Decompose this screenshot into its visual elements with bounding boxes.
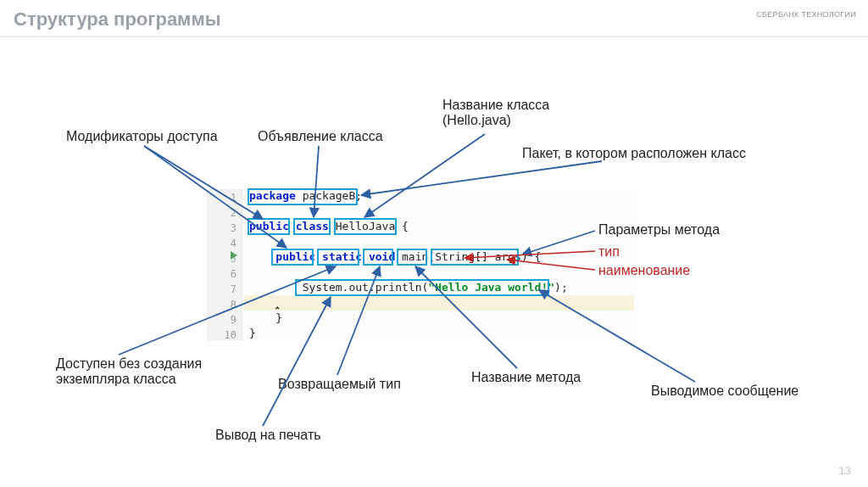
label-class-declaration: Объявление класса	[258, 129, 383, 144]
label-package: Пакет, в котором расположен класс	[522, 146, 746, 161]
label-param-name: наименование	[598, 263, 690, 278]
hl-class-name	[334, 218, 397, 235]
hl-main	[397, 249, 427, 266]
label-class-name: Название класса (Hello.java)	[442, 98, 549, 128]
label-access-modifiers: Модификаторы доступа	[66, 129, 218, 144]
code-panel: 1 2 3 4 5 6 7 8 9 10 package packageB; p…	[207, 188, 637, 341]
hl-println	[295, 279, 549, 296]
hl-package	[248, 188, 358, 205]
label-output-message: Выводимое сообщение	[651, 383, 798, 399]
hl-params	[431, 249, 519, 266]
line-gutter: 1 2 3 4 5 6 7 8 9 10	[207, 188, 242, 341]
label-print: Вывод на печать	[215, 428, 321, 443]
run-gutter-icon	[231, 251, 237, 260]
page-number: 13	[839, 464, 851, 477]
hl-public-class	[248, 218, 290, 235]
title-underline	[0, 36, 868, 37]
brand-logo: СБЕРБАНК ТЕХНОЛОГИИ	[756, 10, 856, 19]
label-param-type: тип	[598, 244, 620, 260]
label-static: Доступен без создания экземпляра класса	[56, 356, 202, 387]
label-method-params: Параметры метода	[598, 222, 720, 238]
label-return-type: Возвращаемый тип	[278, 377, 401, 392]
label-method-name: Название метода	[471, 370, 581, 385]
hl-class-kw	[293, 218, 331, 235]
hl-public-method	[271, 249, 314, 266]
hl-void	[363, 249, 393, 266]
hl-static	[317, 249, 359, 266]
slide-title: Структура программы	[14, 8, 220, 31]
